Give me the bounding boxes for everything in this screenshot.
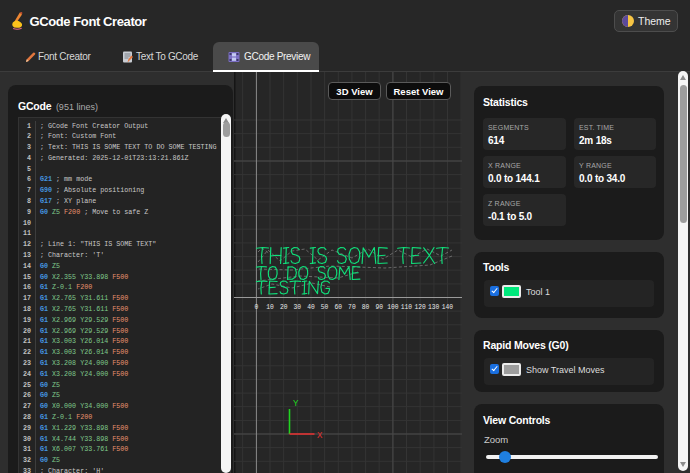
svg-text:80: 80 (362, 304, 370, 311)
svg-text:140: 140 (442, 304, 454, 311)
svg-text:70: 70 (348, 304, 356, 311)
svg-text:90: 90 (375, 304, 383, 311)
svg-text:X: X (317, 431, 323, 441)
svg-text:20: 20 (280, 304, 288, 311)
svg-text:130: 130 (428, 304, 440, 311)
svg-text:60: 60 (334, 304, 342, 311)
svg-text:10: 10 (266, 304, 274, 311)
svg-text:100: 100 (387, 304, 399, 311)
svg-text:40: 40 (307, 304, 315, 311)
svg-text:110: 110 (401, 304, 413, 311)
svg-text:120: 120 (414, 304, 426, 311)
svg-text:50: 50 (321, 304, 329, 311)
svg-text:30: 30 (294, 304, 302, 311)
svg-text:Y: Y (293, 399, 299, 409)
svg-text:0: 0 (255, 304, 259, 311)
